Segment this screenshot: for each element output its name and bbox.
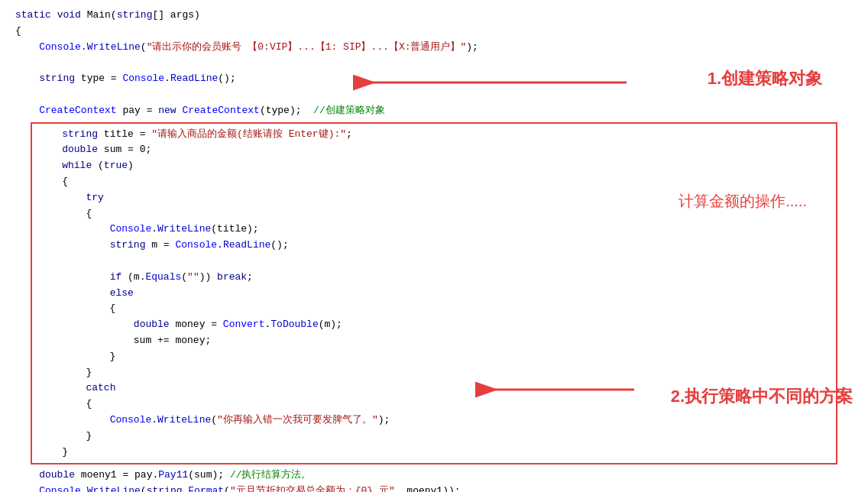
code-line: double sum = 0;: [38, 142, 830, 158]
code-line: Console.WriteLine("请出示你的会员账号 【0:VIP】...【…: [15, 40, 853, 56]
code-line: else: [38, 286, 830, 302]
annotation-2-text: 2.执行策略中不同的方案: [671, 385, 853, 408]
annotation-1: 1.创建策略对象: [708, 67, 822, 90]
mid-annotation: 计算金额的操作.....: [679, 191, 807, 212]
code-line: double money = Convert.ToDouble(m);: [38, 317, 830, 333]
highlighted-code-block: string title = "请输入商品的金额(结账请按 Enter键):";…: [31, 122, 837, 465]
code-line: double moeny1 = pay.Pay11(sum); //执行结算方法…: [15, 468, 853, 484]
code-line: Console.WriteLine(string.Format("元旦节折扣交易…: [15, 484, 853, 492]
code-line: string m = Console.ReadLine();: [38, 238, 830, 254]
code-line: if (m.Equals("")) break;: [38, 270, 830, 286]
code-line: CreateContext pay = new CreateContext(ty…: [15, 103, 853, 119]
code-line: static void Main(string[] args): [15, 8, 853, 24]
code-line: }: [38, 429, 830, 445]
code-line: }: [38, 445, 830, 461]
code-line: while (true): [38, 158, 830, 174]
code-line: {: [15, 24, 853, 40]
code-line: string title = "请输入商品的金额(结账请按 Enter键):";: [38, 127, 830, 143]
code-line: {: [38, 174, 830, 190]
code-line: }: [38, 349, 830, 365]
code-line: {: [38, 301, 830, 317]
code-line: Console.WriteLine("你再输入错一次我可要发脾气了。");: [38, 413, 830, 429]
annotation-2: 2.执行策略中不同的方案: [671, 385, 853, 408]
code-line: Console.WriteLine(title);: [38, 222, 830, 238]
code-line: sum += money;: [38, 333, 830, 349]
annotation-1-text: 1.创建策略对象: [708, 67, 822, 90]
code-line: [38, 254, 830, 270]
code-line: }: [38, 365, 830, 381]
